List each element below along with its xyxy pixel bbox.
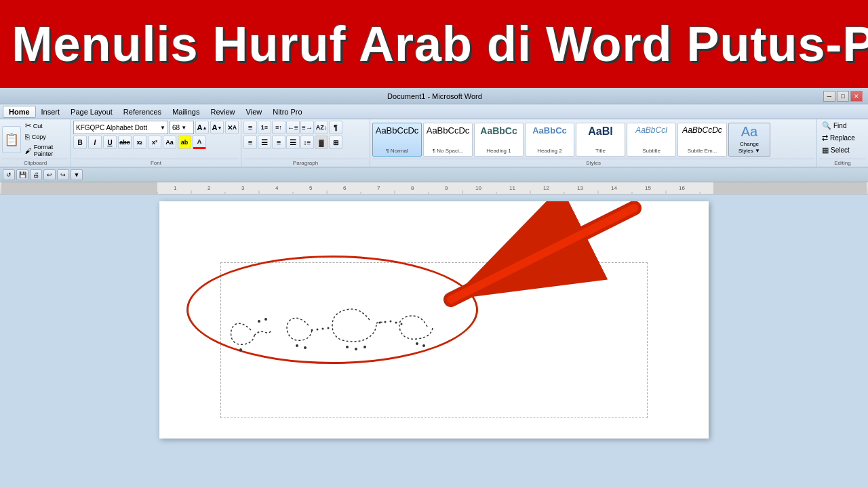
- svg-rect-1: [1, 182, 157, 195]
- svg-point-49: [328, 327, 330, 329]
- maximize-button[interactable]: □: [837, 91, 849, 102]
- style-heading1[interactable]: AaBbCc Heading 1: [474, 123, 524, 157]
- menu-insert[interactable]: Insert: [36, 106, 66, 117]
- svg-point-51: [384, 321, 387, 323]
- show-para[interactable]: ¶: [329, 121, 342, 134]
- svg-text:8: 8: [411, 185, 414, 191]
- style-subtle-em-preview: AaBbCcDc: [682, 125, 722, 135]
- svg-text:12: 12: [543, 185, 549, 191]
- menu-nitro-pro[interactable]: Nitro Pro: [267, 106, 307, 117]
- highlight-button[interactable]: ab: [178, 136, 191, 149]
- qa-redo[interactable]: ↪: [57, 169, 69, 180]
- align-center[interactable]: ☰: [258, 136, 271, 149]
- qa-print[interactable]: 🖨: [30, 169, 42, 180]
- numbering-button[interactable]: 1≡: [258, 121, 271, 134]
- justify[interactable]: ☰: [286, 136, 300, 149]
- borders-button[interactable]: ⊞: [329, 136, 342, 149]
- underline-button[interactable]: U: [103, 136, 117, 149]
- arabic-text-svg: [197, 266, 488, 371]
- bullets-button[interactable]: ≡: [243, 121, 257, 134]
- style-h1-preview: AaBbCc: [480, 125, 517, 136]
- title-bar: Document1 - Microsoft Word ─ □ ✕: [0, 88, 868, 104]
- increase-indent[interactable]: ≡→: [300, 121, 314, 134]
- menu-references[interactable]: References: [118, 106, 167, 117]
- svg-text:6: 6: [343, 185, 347, 191]
- svg-point-42: [304, 346, 307, 349]
- font-size-input[interactable]: 68 ▼: [170, 121, 194, 134]
- svg-point-46: [311, 329, 313, 331]
- svg-text:14: 14: [611, 185, 617, 191]
- decrease-indent[interactable]: ←≡: [286, 121, 300, 134]
- menu-mailings[interactable]: Mailings: [167, 106, 205, 117]
- replace-button[interactable]: ⇄ Replace: [819, 133, 858, 143]
- style-title-preview: AaBl: [588, 125, 612, 138]
- style-normal[interactable]: AaBbCcDc ¶ Normal: [372, 123, 422, 157]
- svg-text:9: 9: [445, 185, 448, 191]
- menu-review[interactable]: Review: [205, 106, 240, 117]
- clipboard-group-body: 📋 ✂ Cut ⎘ Copy: [2, 121, 68, 158]
- find-button[interactable]: 🔍 Find: [819, 121, 849, 131]
- styles-group-body: AaBbCcDc ¶ Normal AaBbCcDc ¶ No Spaci...…: [372, 121, 814, 158]
- italic-button[interactable]: I: [88, 136, 102, 149]
- close-button[interactable]: ✕: [850, 91, 863, 102]
- align-left[interactable]: ≡: [243, 136, 257, 149]
- document-page[interactable]: [159, 201, 709, 439]
- paragraph-label: Paragraph: [243, 159, 368, 167]
- align-right[interactable]: ≡: [272, 136, 285, 149]
- word-window: Document1 - Microsoft Word ─ □ ✕ Home In…: [0, 88, 868, 488]
- shading-button[interactable]: ▓: [315, 136, 328, 149]
- case-button[interactable]: Aa: [163, 136, 176, 149]
- line-spacing[interactable]: ↕≡: [300, 136, 314, 149]
- qa-save[interactable]: 💾: [16, 169, 28, 180]
- style-no-spacing[interactable]: AaBbCcDc ¶ No Spaci...: [423, 123, 473, 157]
- sort-button[interactable]: AZ↓: [315, 121, 328, 134]
- format-painter-button[interactable]: 🖌 Format Painter: [23, 143, 68, 158]
- font-color-button[interactable]: A: [193, 136, 206, 149]
- svg-point-54: [401, 323, 403, 325]
- style-normal-preview: AaBbCcDc: [376, 125, 419, 136]
- font-name-selector[interactable]: KFGQPC Alphabet Dott ▼: [73, 121, 168, 134]
- select-button[interactable]: ▦ Select: [819, 145, 852, 155]
- strikethrough-button[interactable]: abc: [118, 136, 132, 149]
- subscript-button[interactable]: x₂: [133, 136, 146, 149]
- style-heading2[interactable]: AaBbCc Heading 2: [525, 123, 574, 157]
- menu-home[interactable]: Home: [3, 106, 36, 118]
- clipboard-label: Clipboard: [2, 159, 68, 167]
- clear-format-button[interactable]: ✕A: [225, 121, 239, 134]
- style-title-label: Title: [595, 148, 606, 154]
- style-subtle-em-label: Subtle Em...: [688, 148, 717, 154]
- ribbon-main: 📋 ✂ Cut ⎘ Copy: [0, 119, 868, 167]
- svg-point-39: [355, 348, 357, 350]
- clipboard-group: 📋 ✂ Cut ⎘ Copy: [0, 119, 71, 167]
- superscript-button[interactable]: x²: [148, 136, 161, 149]
- minimize-button[interactable]: ─: [823, 91, 835, 102]
- bold-button[interactable]: B: [73, 136, 87, 149]
- ruler-content: 1 2 3 4 5 6 7 8 9 10 11 12 13 14 15 16: [1, 182, 867, 194]
- qa-dropdown[interactable]: ▼: [71, 169, 83, 180]
- qa-undo2[interactable]: ↺: [3, 169, 15, 180]
- style-h1-label: Heading 1: [486, 148, 511, 154]
- font-shrink-button[interactable]: A▼: [210, 121, 224, 134]
- editing-group: 🔍 Find ⇄ Replace ▦ Select Editing: [817, 119, 868, 167]
- cut-button[interactable]: ✂ Cut: [23, 121, 68, 131]
- multilevel-button[interactable]: ≡↑: [272, 121, 285, 134]
- svg-text:3: 3: [241, 185, 245, 191]
- paste-button[interactable]: 📋: [2, 126, 21, 153]
- svg-point-40: [363, 346, 366, 348]
- svg-text:7: 7: [377, 185, 380, 191]
- change-styles-label: ChangeStyles ▼: [738, 141, 760, 154]
- svg-point-47: [317, 329, 319, 331]
- style-subtle-em[interactable]: AaBbCcDc Subtle Em...: [677, 123, 727, 157]
- style-subtitle[interactable]: AaBbCcl Subtitle: [627, 123, 676, 157]
- font-grow-button[interactable]: A▲: [195, 121, 209, 134]
- change-styles-button[interactable]: Aa ChangeStyles ▼: [728, 123, 770, 157]
- qa-undo[interactable]: ↩: [43, 169, 56, 180]
- copy-button[interactable]: ⎘ Copy: [23, 132, 68, 142]
- menu-view[interactable]: View: [241, 106, 268, 117]
- title-banner: Cara Menulis Huruf Arab di Word Putus-Pu…: [0, 0, 868, 88]
- style-title[interactable]: AaBl Title: [576, 123, 625, 157]
- svg-point-48: [322, 328, 324, 330]
- menu-page-layout[interactable]: Page Layout: [65, 106, 118, 117]
- ribbon: 📋 ✂ Cut ⎘ Copy: [0, 119, 868, 167]
- svg-text:1: 1: [174, 185, 177, 191]
